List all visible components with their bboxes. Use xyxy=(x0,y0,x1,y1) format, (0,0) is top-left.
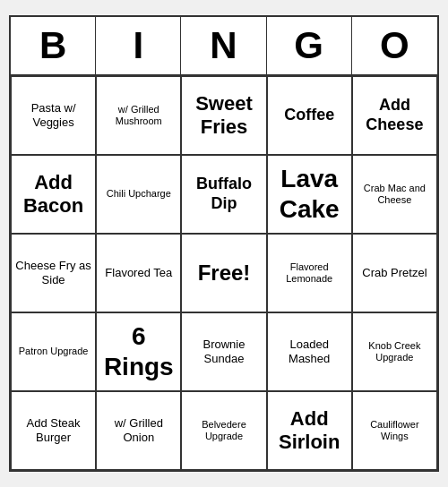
bingo-letter-g: G xyxy=(267,17,352,74)
bingo-cell-21: w/ Grilled Onion xyxy=(96,391,181,470)
bingo-cell-0: Pasta w/ Veggies xyxy=(11,76,96,155)
bingo-cell-2: Sweet Fries xyxy=(181,76,266,155)
bingo-cell-12: Free! xyxy=(181,234,266,312)
bingo-letter-b: B xyxy=(11,17,96,74)
bingo-cell-17: Brownie Sundae xyxy=(181,312,266,391)
cell-text-15: Patron Upgrade xyxy=(19,346,89,357)
bingo-cell-7: Buffalo Dip xyxy=(181,155,266,234)
cell-text-13: Flavored Lemonade xyxy=(271,261,348,285)
cell-text-17: Brownie Sundae xyxy=(185,337,262,365)
bingo-cell-14: Crab Pretzel xyxy=(352,234,437,312)
bingo-cell-10: Cheese Fry as Side xyxy=(11,234,96,312)
bingo-cell-19: Knob Creek Upgrade xyxy=(352,312,437,391)
cell-text-19: Knob Creek Upgrade xyxy=(357,340,433,363)
bingo-cell-20: Add Steak Burger xyxy=(11,391,96,470)
cell-text-22: Belvedere Upgrade xyxy=(185,419,262,442)
bingo-header: BINGO xyxy=(11,17,437,76)
bingo-cell-8: Lava Cake xyxy=(267,155,352,234)
cell-text-9: Crab Mac and Cheese xyxy=(357,183,433,206)
bingo-cell-3: Coffee xyxy=(267,76,352,155)
cell-text-2: Sweet Fries xyxy=(185,92,262,140)
cell-text-11: Flavored Tea xyxy=(105,266,172,280)
cell-text-21: w/ Grilled Onion xyxy=(100,416,177,444)
cell-text-23: Add Sirloin xyxy=(271,407,348,455)
cell-text-10: Cheese Fry as Side xyxy=(15,259,91,286)
bingo-cell-24: Cauliflower Wings xyxy=(352,391,437,470)
bingo-cell-4: Add Cheese xyxy=(352,76,437,155)
bingo-cell-22: Belvedere Upgrade xyxy=(181,391,266,470)
bingo-cell-16: 6 Rings xyxy=(96,312,181,391)
bingo-letter-o: O xyxy=(352,17,437,74)
bingo-cell-9: Crab Mac and Cheese xyxy=(352,155,437,234)
cell-text-4: Add Cheese xyxy=(357,96,433,134)
bingo-cell-6: Chili Upcharge xyxy=(96,155,181,234)
bingo-grid: Pasta w/ Veggiesw/ Grilled MushroomSweet… xyxy=(11,76,437,470)
cell-text-0: Pasta w/ Veggies xyxy=(15,101,91,129)
cell-text-20: Add Steak Burger xyxy=(15,416,91,444)
cell-text-18: Loaded Mashed xyxy=(271,337,348,365)
bingo-cell-23: Add Sirloin xyxy=(267,391,352,470)
bingo-card: BINGO Pasta w/ Veggiesw/ Grilled Mushroo… xyxy=(9,15,439,472)
cell-text-7: Buffalo Dip xyxy=(185,175,262,213)
bingo-cell-1: w/ Grilled Mushroom xyxy=(96,76,181,155)
bingo-cell-15: Patron Upgrade xyxy=(11,312,96,391)
cell-text-3: Coffee xyxy=(284,106,334,125)
cell-text-6: Chili Upcharge xyxy=(107,188,171,200)
bingo-letter-n: N xyxy=(181,17,266,74)
bingo-letter-i: I xyxy=(96,17,181,74)
cell-text-1: w/ Grilled Mushroom xyxy=(100,104,177,127)
bingo-cell-13: Flavored Lemonade xyxy=(267,234,352,312)
cell-text-14: Crab Pretzel xyxy=(362,266,426,280)
cell-text-12: Free! xyxy=(198,261,251,286)
bingo-cell-18: Loaded Mashed xyxy=(267,312,352,391)
bingo-cell-11: Flavored Tea xyxy=(96,234,181,312)
cell-text-16: 6 Rings xyxy=(100,321,177,381)
cell-text-24: Cauliflower Wings xyxy=(357,419,433,442)
cell-text-5: Add Bacon xyxy=(15,171,91,218)
cell-text-8: Lava Cake xyxy=(271,164,348,224)
bingo-cell-5: Add Bacon xyxy=(11,155,96,234)
